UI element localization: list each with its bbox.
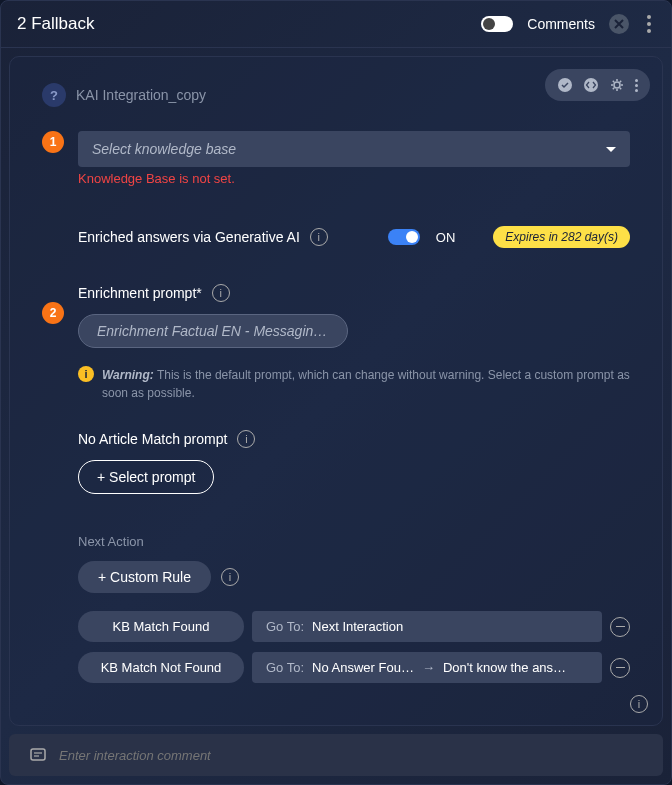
editor-window: 2 Fallback Comments ? K [0, 0, 672, 785]
close-icon[interactable] [609, 14, 629, 34]
more-menu-icon[interactable] [643, 11, 655, 37]
remove-rule-icon[interactable] [610, 658, 630, 678]
select-prompt-button[interactable]: + Select prompt [78, 460, 214, 494]
card-info-icon[interactable]: i [630, 694, 648, 713]
no-match-label: No Article Match prompt [78, 431, 227, 447]
check-icon[interactable] [553, 73, 577, 97]
info-icon[interactable]: i [221, 568, 239, 586]
goto-target-2: Don't know the ans… [443, 660, 566, 675]
warning-text: This is the default prompt, which can ch… [102, 368, 630, 400]
integration-name: KAI Integration_copy [76, 87, 206, 103]
next-action-label: Next Action [78, 534, 630, 549]
titlebar: 2 Fallback Comments [1, 1, 671, 48]
help-icon[interactable]: ? [42, 83, 66, 107]
info-icon[interactable]: i [237, 430, 255, 448]
kb-placeholder: Select knowledge base [92, 141, 236, 157]
enrichment-prompt-label: Enrichment prompt* [78, 285, 202, 301]
step-1-number: 1 [42, 131, 64, 153]
step-2-number: 2 [42, 302, 64, 324]
info-icon[interactable]: i [212, 284, 230, 302]
next-action-section: Next Action + Custom Rule i KB Match Fou… [78, 534, 630, 683]
expires-badge: Expires in 282 day(s) [493, 226, 630, 248]
custom-rule-button[interactable]: + Custom Rule [78, 561, 211, 593]
config-card: ? KAI Integration_copy 1 Select knowledg… [9, 56, 663, 726]
info-icon[interactable]: i [310, 228, 328, 246]
subtitle-row: ? KAI Integration_copy [42, 83, 630, 107]
rule-condition[interactable]: KB Match Found [78, 611, 244, 642]
step-2: 2 Enrichment prompt* i Enrichment Factua… [42, 284, 630, 402]
gear-icon[interactable] [605, 73, 629, 97]
comment-bar [9, 734, 663, 776]
comments-label: Comments [527, 16, 595, 32]
rule-row: KB Match Found Go To: Next Interaction [78, 611, 630, 642]
goto-prefix: Go To: [266, 660, 304, 675]
comment-input[interactable] [59, 748, 643, 763]
goto-target: No Answer Fou… [312, 660, 414, 675]
code-icon[interactable] [579, 73, 603, 97]
enriched-label: Enriched answers via Generative AI [78, 229, 300, 245]
remove-rule-icon[interactable] [610, 617, 630, 637]
warning-icon: i [78, 366, 94, 382]
enriched-toggle[interactable] [388, 229, 420, 245]
rule-row: KB Match Not Found Go To: No Answer Fou…… [78, 652, 630, 683]
toggle-state-label: ON [436, 230, 456, 245]
warning-label: Warning: [102, 368, 154, 382]
rule-condition[interactable]: KB Match Not Found [78, 652, 244, 683]
enrichment-prompt-chip[interactable]: Enrichment Factual EN - Messaging … [78, 314, 348, 348]
arrow-right-icon: → [422, 660, 435, 675]
svg-point-2 [614, 82, 620, 88]
card-toolbar [545, 69, 650, 101]
svg-rect-3 [31, 749, 45, 760]
comments-toggle[interactable] [481, 16, 513, 32]
comment-icon [29, 746, 47, 764]
enriched-section: Enriched answers via Generative AI i ON … [78, 226, 630, 248]
kb-dropdown[interactable]: Select knowledge base [78, 131, 630, 167]
rule-target[interactable]: Go To: Next Interaction [252, 611, 602, 642]
kb-error: Knowledge Base is not set. [78, 171, 630, 186]
chevron-down-icon [606, 147, 616, 152]
no-match-section: No Article Match prompt i + Select promp… [78, 430, 630, 494]
titlebar-actions: Comments [481, 11, 655, 37]
goto-prefix: Go To: [266, 619, 304, 634]
goto-target: Next Interaction [312, 619, 403, 634]
page-title: 2 Fallback [17, 14, 94, 34]
card-body: ? KAI Integration_copy 1 Select knowledg… [10, 57, 662, 725]
warning-box: i Warning: This is the default prompt, w… [78, 366, 630, 402]
rule-target[interactable]: Go To: No Answer Fou… → Don't know the a… [252, 652, 602, 683]
card-more-icon[interactable] [631, 79, 642, 92]
step-1: 1 Select knowledge base Knowledge Base i… [42, 131, 630, 186]
